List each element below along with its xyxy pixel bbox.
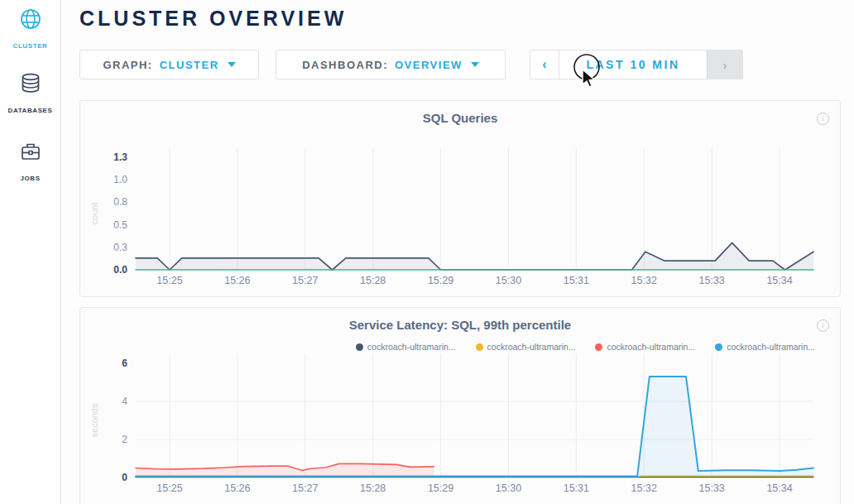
sidebar-item-label: CLUSTER — [13, 42, 48, 50]
graph-dropdown-label: GRAPH: — [103, 59, 152, 71]
svg-text:seconds: seconds — [89, 403, 99, 437]
svg-text:15:26: 15:26 — [224, 482, 250, 494]
time-window-label[interactable]: LAST 10 MIN — [559, 50, 707, 79]
sql-queries-chart[interactable]: 1.31.00.80.50.30.015:2515:2615:2715:2815… — [80, 101, 842, 298]
sidebar-item-cluster[interactable]: CLUSTER — [0, 7, 60, 51]
service-latency-chart[interactable]: 642015:2515:2615:2715:2815:2915:3015:311… — [80, 308, 842, 504]
dashboard-dropdown[interactable]: DASHBOARD: OVERVIEW — [276, 50, 506, 79]
svg-text:15:28: 15:28 — [360, 482, 386, 494]
sidebar-item-databases[interactable]: DATABASES — [0, 71, 60, 116]
graph-dropdown-value: CLUSTER — [160, 59, 219, 71]
svg-text:15:30: 15:30 — [496, 482, 521, 494]
svg-text:15:28: 15:28 — [360, 275, 386, 286]
sql-queries-card: SQL Queries i 1.31.00.80.50.30.015:2515:… — [79, 100, 841, 297]
svg-text:0.5: 0.5 — [113, 219, 127, 231]
globe-icon — [18, 7, 43, 31]
svg-text:15:26: 15:26 — [224, 275, 250, 286]
graph-dropdown[interactable]: GRAPH: CLUSTER — [79, 50, 259, 79]
svg-text:15:29: 15:29 — [428, 275, 453, 286]
svg-text:0.0: 0.0 — [113, 264, 127, 276]
svg-text:15:27: 15:27 — [292, 482, 318, 494]
svg-text:15:29: 15:29 — [428, 482, 453, 494]
time-window-next-button[interactable]: › — [707, 50, 742, 79]
chevron-down-icon — [471, 62, 479, 67]
dashboard-dropdown-label: DASHBOARD: — [302, 59, 388, 71]
svg-text:0.8: 0.8 — [113, 196, 127, 208]
svg-text:0.3: 0.3 — [113, 242, 127, 253]
chevron-down-icon — [228, 62, 236, 67]
time-window-prev-button[interactable]: ‹ — [530, 50, 559, 79]
svg-text:6: 6 — [122, 358, 127, 369]
svg-text:count: count — [89, 203, 99, 225]
page-title: CLUSTER OVERVIEW — [79, 7, 347, 31]
sidebar-item-label: DATABASES — [8, 107, 53, 114]
svg-text:0: 0 — [122, 472, 127, 483]
svg-text:15:25: 15:25 — [156, 482, 182, 494]
svg-text:4: 4 — [122, 396, 127, 407]
svg-text:15:31: 15:31 — [564, 482, 589, 494]
sidebar: CLUSTER DATABASES JOBS — [0, 0, 61, 504]
service-latency-card: Service Latency: SQL, 99th percentile i … — [79, 307, 841, 504]
svg-text:1.3: 1.3 — [113, 151, 127, 163]
svg-text:1.0: 1.0 — [113, 174, 127, 185]
svg-text:15:27: 15:27 — [292, 275, 318, 286]
svg-text:15:31: 15:31 — [564, 275, 589, 286]
svg-text:2: 2 — [122, 434, 127, 445]
svg-text:15:33: 15:33 — [699, 275, 725, 286]
svg-text:15:25: 15:25 — [156, 275, 182, 286]
briefcase-icon — [18, 139, 43, 164]
sidebar-item-label: JOBS — [20, 175, 40, 182]
svg-text:15:34: 15:34 — [766, 482, 792, 494]
dashboard-dropdown-value: OVERVIEW — [395, 59, 463, 71]
time-window-selector: ‹ LAST 10 MIN › — [530, 50, 743, 79]
svg-text:15:30: 15:30 — [496, 275, 521, 286]
svg-text:15:33: 15:33 — [699, 482, 725, 494]
svg-text:15:34: 15:34 — [766, 275, 792, 286]
sidebar-item-jobs[interactable]: JOBS — [0, 139, 60, 184]
databases-icon — [18, 71, 43, 96]
svg-text:15:32: 15:32 — [631, 482, 657, 494]
svg-text:15:32: 15:32 — [631, 275, 657, 286]
